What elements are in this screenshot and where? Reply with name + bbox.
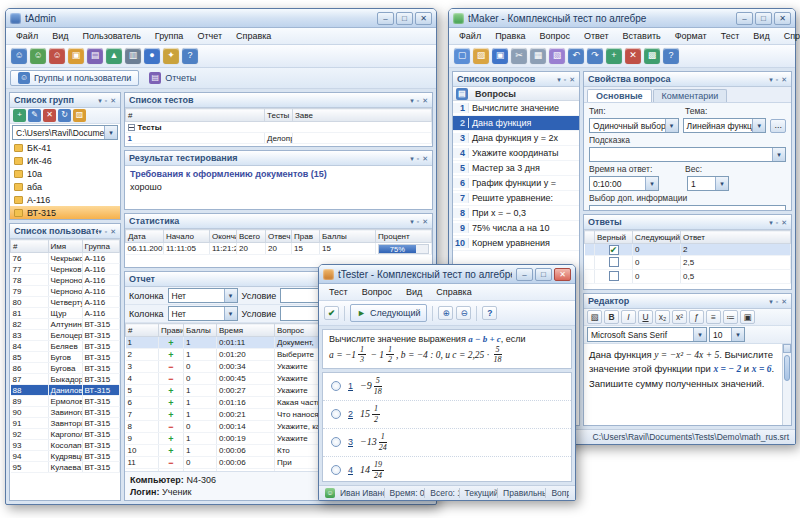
dropdown-arrow-icon[interactable]: ▾ bbox=[752, 119, 765, 132]
stats-column-header[interactable]: Баллы bbox=[320, 230, 376, 243]
radio-icon[interactable] bbox=[331, 409, 341, 419]
user-row[interactable]: 94КудрявцевВТ-315 bbox=[11, 451, 120, 462]
answer-option[interactable]: 4 141924 bbox=[323, 457, 571, 482]
menu-item[interactable]: Пользователь bbox=[75, 29, 147, 43]
align-left-icon[interactable]: ≡ bbox=[706, 310, 721, 324]
panel-pin-icon[interactable]: ▫ bbox=[776, 297, 778, 306]
hint-select[interactable]: ▾ bbox=[589, 147, 786, 162]
user-row[interactable]: 76ЧекрыжовА-116 bbox=[11, 253, 120, 264]
time-input[interactable]: 0:10:00▾ bbox=[589, 176, 659, 191]
user-row[interactable]: 93КосолаповВТ-315 bbox=[11, 440, 120, 451]
minimize-button[interactable]: – bbox=[736, 12, 753, 25]
menu-item[interactable]: Отчет bbox=[190, 29, 229, 43]
editor-text[interactable]: Дана функция y = −x² − 4x + 5. Вычислите… bbox=[584, 344, 782, 425]
question-item[interactable]: 975% числа а на 10 bbox=[453, 221, 579, 236]
editor-scrollbar[interactable] bbox=[782, 344, 791, 425]
question-item[interactable]: 5Мастер за 3 дня bbox=[453, 161, 579, 176]
save-icon[interactable]: ▣ bbox=[492, 48, 508, 64]
question-item[interactable]: 8При x = − 0,3 bbox=[453, 206, 579, 221]
menu-item[interactable]: Вопрос bbox=[355, 285, 399, 299]
user-row[interactable]: 78ЧерноносовА-116 bbox=[11, 275, 120, 286]
folder-icon[interactable]: ▨ bbox=[73, 109, 86, 122]
close-button[interactable]: ✕ bbox=[415, 12, 432, 25]
spinner-arrow-icon[interactable]: ▾ bbox=[715, 177, 728, 190]
italic-icon[interactable]: I bbox=[621, 310, 636, 324]
dropdown-arrow-icon[interactable]: ▾ bbox=[731, 328, 744, 341]
user-row[interactable]: 92КаргополовВТ-315 bbox=[11, 429, 120, 440]
menu-item[interactable]: Справка bbox=[777, 29, 800, 43]
answer-row[interactable]: ✔ 0 2 bbox=[585, 244, 791, 256]
group-item[interactable]: ВТ-315 bbox=[10, 206, 120, 219]
type-select[interactable]: Одиночный выбор▾ bbox=[589, 118, 679, 133]
image-icon[interactable]: ▩ bbox=[644, 48, 660, 64]
maximize-button[interactable]: □ bbox=[755, 12, 772, 25]
report-column-header[interactable]: # bbox=[126, 324, 159, 337]
scroll-up-icon[interactable] bbox=[783, 344, 791, 353]
panel-close-icon[interactable]: ✕ bbox=[422, 154, 428, 163]
delete-user-icon[interactable]: ☺ bbox=[49, 48, 65, 64]
panel-pin-icon[interactable]: ▫ bbox=[417, 96, 419, 105]
open-icon[interactable]: ▨ bbox=[473, 48, 489, 64]
zoom-out-icon[interactable]: ⊖ bbox=[456, 306, 471, 320]
user-row[interactable]: 89ЕрмоловВТ-315 bbox=[11, 396, 120, 407]
check-answer-icon[interactable]: ✔ bbox=[324, 306, 339, 320]
panel-close-icon[interactable]: ✕ bbox=[110, 227, 116, 236]
report-column-header[interactable]: Правильн bbox=[159, 324, 184, 337]
underline-icon[interactable]: U bbox=[638, 310, 653, 324]
answer-option[interactable]: 2 1512 bbox=[323, 401, 571, 429]
world-icon[interactable]: ● bbox=[144, 48, 160, 64]
weight-spinner[interactable]: 1▾ bbox=[687, 176, 729, 191]
group-item[interactable]: аба bbox=[10, 180, 120, 193]
new-icon[interactable]: ▢ bbox=[454, 48, 470, 64]
answers-column-header[interactable]: Ответ bbox=[681, 231, 791, 244]
panel-menu-icon[interactable]: ▾ bbox=[410, 154, 414, 163]
font-select[interactable]: Microsoft Sans Serif▾ bbox=[587, 327, 707, 342]
theme-select[interactable]: Линейная функция▾ bbox=[683, 118, 767, 133]
chart-icon[interactable]: ▲ bbox=[106, 48, 122, 64]
tests-column-header[interactable]: # bbox=[126, 109, 265, 122]
user-row[interactable]: 81ЩурА-116 bbox=[11, 308, 120, 319]
radio-icon[interactable] bbox=[331, 381, 341, 391]
dropdown-arrow-icon[interactable]: ▾ bbox=[772, 148, 785, 161]
correct-checkbox[interactable]: ✔ bbox=[609, 245, 619, 255]
report-icon[interactable]: ▤ bbox=[87, 48, 103, 64]
tests-column-header[interactable]: Тесты bbox=[265, 109, 293, 122]
menu-item[interactable]: Вопрос bbox=[533, 29, 577, 43]
user-icon[interactable]: ☺ bbox=[11, 48, 27, 64]
question-item[interactable]: 4Укажите координаты bbox=[453, 146, 579, 161]
user-row[interactable]: 90ЗавиногоринВТ-315 bbox=[11, 407, 120, 418]
panel-pin-icon[interactable]: ▫ bbox=[417, 154, 419, 163]
user-row[interactable]: 88ДаниловВТ-315 bbox=[11, 385, 120, 396]
tab[interactable]: ▤Отчеты bbox=[141, 70, 204, 86]
menu-item[interactable]: Справка bbox=[229, 29, 278, 43]
zoom-in-icon[interactable]: ⊕ bbox=[438, 306, 453, 320]
correct-checkbox[interactable] bbox=[609, 257, 619, 267]
report-column-header[interactable]: Баллы bbox=[184, 324, 217, 337]
radio-icon[interactable] bbox=[331, 465, 341, 475]
group-item[interactable]: БК-41 bbox=[10, 141, 120, 154]
answer-row[interactable]: 0 2,5 bbox=[585, 256, 791, 270]
user-row[interactable]: 77ЧернковА-116 bbox=[11, 264, 120, 275]
user-row[interactable]: 87БыкадоровВТ-315 bbox=[11, 374, 120, 385]
minimize-button[interactable]: – bbox=[516, 268, 533, 281]
stats-column-header[interactable]: Процент bbox=[376, 230, 432, 243]
minimize-button[interactable]: – bbox=[377, 12, 394, 25]
dropdown-arrow-icon[interactable]: ▾ bbox=[224, 307, 237, 320]
paste-icon[interactable]: ▧ bbox=[549, 48, 565, 64]
panel-pin-icon[interactable]: ▫ bbox=[776, 218, 778, 227]
panel-close-icon[interactable]: ✕ bbox=[422, 96, 428, 105]
paste-icon[interactable]: ▧ bbox=[587, 310, 602, 324]
formula-icon[interactable]: ƒ bbox=[689, 310, 704, 324]
tab[interactable]: ☺Группы и пользователи bbox=[10, 70, 139, 86]
column-select-2[interactable]: Нет▾ bbox=[168, 306, 238, 321]
groups-path-select[interactable]: C:\Users\Ravil\Document\gr▾ bbox=[12, 125, 118, 140]
maximize-button[interactable]: □ bbox=[396, 12, 413, 25]
answers-column-header[interactable]: Следующий bbox=[633, 231, 681, 244]
extra-info-input[interactable] bbox=[589, 205, 786, 210]
group-item[interactable]: ИК-46 bbox=[10, 154, 120, 167]
menu-item[interactable]: Правка bbox=[488, 29, 532, 43]
properties-tab[interactable]: Основные bbox=[587, 89, 652, 102]
dropdown-arrow-icon[interactable]: ▾ bbox=[693, 328, 706, 341]
menu-item[interactable]: Тест bbox=[322, 285, 355, 299]
user-row[interactable]: 83БелоцерковскВТ-315 bbox=[11, 330, 120, 341]
